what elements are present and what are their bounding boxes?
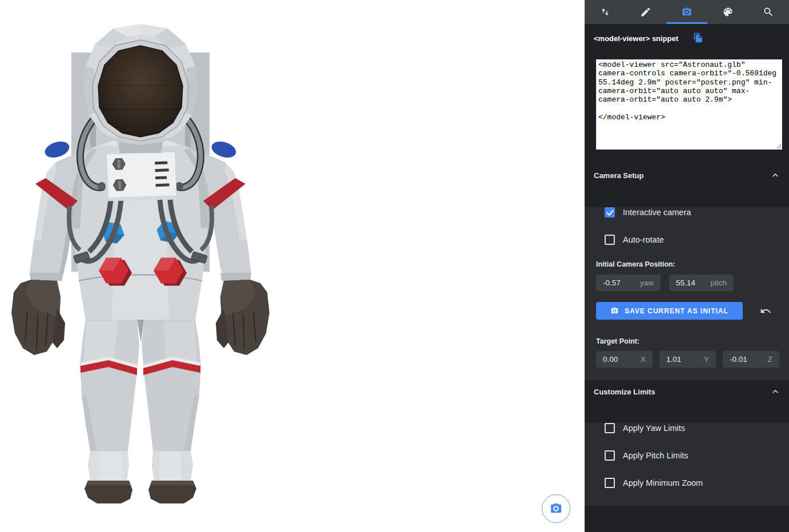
copy-icon — [693, 33, 703, 43]
y-unit-label: Y — [704, 355, 709, 364]
auto-rotate-checkbox[interactable] — [605, 235, 615, 245]
customize-limits-header[interactable]: Customize Limits — [585, 380, 789, 403]
initial-camera-position-fields: yaw pitch — [596, 275, 778, 291]
snippet-header: <model-viewer> snippet — [585, 24, 789, 44]
capture-poster-button[interactable] — [542, 494, 570, 523]
checkbox-label: Interactive camera — [623, 208, 691, 217]
tab-camera[interactable] — [666, 0, 707, 24]
camera-icon — [549, 502, 563, 515]
target-x-field: X — [596, 351, 653, 368]
pitch-field: pitch — [669, 275, 734, 291]
interactive-camera-checkbox[interactable] — [605, 207, 615, 217]
checkbox-label: Apply Pitch Limits — [623, 451, 688, 460]
camera-icon — [681, 6, 693, 18]
tab-inspector[interactable] — [748, 0, 789, 24]
pitch-input[interactable] — [676, 279, 706, 287]
interactive-camera-row: Interactive camera — [596, 207, 778, 217]
save-current-as-initial-button[interactable]: SAVE CURRENT AS INITIAL — [596, 302, 743, 320]
apply-minimum-zoom-row: Apply Minimum Zoom — [596, 478, 778, 488]
yaw-input[interactable] — [603, 279, 633, 287]
pitch-unit-label: pitch — [710, 279, 727, 287]
target-x-input[interactable] — [603, 355, 633, 364]
save-row: SAVE CURRENT AS INITIAL — [596, 302, 778, 320]
model-viewport[interactable] — [0, 0, 585, 532]
checkbox-label: Apply Yaw Limits — [623, 424, 685, 433]
revert-initial-camera-button[interactable] — [760, 305, 771, 317]
target-y-field: Y — [659, 351, 716, 368]
camera-icon — [610, 307, 619, 315]
tab-styling[interactable] — [707, 0, 748, 24]
copy-snippet-button[interactable] — [693, 33, 703, 44]
camera-setup-header[interactable]: Camera Setup — [585, 164, 789, 186]
tab-bar — [585, 0, 789, 24]
yaw-unit-label: yaw — [640, 279, 654, 287]
section-title: Customize Limits — [594, 388, 655, 396]
checkbox-label: Auto-rotate — [623, 235, 664, 244]
initial-camera-position-label: Initial Camera Position: — [596, 260, 778, 268]
yaw-field: yaw — [596, 275, 661, 291]
customize-limits-section: Apply Yaw Limits Apply Pitch Limits Appl… — [585, 423, 789, 506]
target-point-label: Target Point: — [596, 337, 778, 345]
apply-minimum-zoom-checkbox[interactable] — [605, 478, 615, 488]
pencil-icon — [640, 6, 651, 18]
checkbox-label: Apply Minimum Zoom — [623, 478, 703, 487]
target-y-input[interactable] — [666, 355, 696, 364]
chevron-up-icon — [770, 170, 781, 181]
section-title: Camera Setup — [594, 171, 643, 180]
palette-icon — [722, 6, 734, 18]
astronaut-model — [0, 0, 585, 532]
chevron-up-icon — [770, 386, 781, 397]
x-unit-label: X — [641, 355, 646, 364]
target-z-input[interactable] — [730, 355, 759, 364]
z-unit-label: Z — [768, 355, 772, 364]
tab-file-import-export[interactable] — [585, 0, 626, 24]
tab-edit[interactable] — [626, 0, 667, 24]
swap-vert-icon — [599, 6, 611, 18]
camera-setup-section: Interactive camera Auto-rotate Initial C… — [585, 207, 789, 380]
undo-icon — [760, 305, 771, 317]
target-z-field: Z — [723, 351, 779, 368]
snippet-title: <model-viewer> snippet — [594, 34, 678, 43]
snippet-code-textarea[interactable]: <model-viewer src="Astronaut.glb" camera… — [596, 59, 782, 150]
apply-yaw-limits-checkbox[interactable] — [605, 423, 615, 433]
auto-rotate-row: Auto-rotate — [596, 235, 778, 245]
apply-yaw-limits-row: Apply Yaw Limits — [596, 423, 778, 433]
apply-pitch-limits-row: Apply Pitch Limits — [596, 450, 778, 461]
search-icon — [763, 6, 774, 18]
target-point-fields: X Y Z — [596, 351, 778, 368]
apply-pitch-limits-checkbox[interactable] — [605, 450, 615, 461]
editor-panel: <model-viewer> snippet <model-viewer src… — [585, 0, 789, 532]
save-button-label: SAVE CURRENT AS INITIAL — [625, 307, 728, 315]
